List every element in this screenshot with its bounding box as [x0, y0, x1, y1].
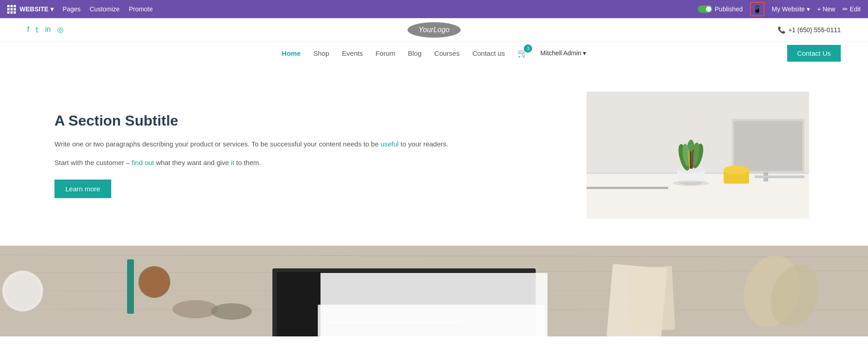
website-chevron: ▾ — [50, 5, 54, 13]
nav-courses[interactable]: Courses — [434, 49, 460, 57]
edit-button[interactable]: ✏ Edit — [843, 5, 861, 13]
toggle-switch[interactable] — [698, 5, 712, 13]
cart-button[interactable]: 🛒 3 — [518, 48, 528, 58]
svg-rect-22 — [587, 187, 668, 189]
logo-text: YourLogo — [408, 22, 461, 38]
grid-icon — [7, 5, 16, 14]
my-website-menu[interactable]: My Website ▾ — [772, 5, 810, 13]
svg-point-31 — [142, 269, 167, 295]
mobile-icon: 📱 — [753, 5, 762, 14]
mobile-preview-button[interactable]: 📱 — [750, 2, 764, 16]
svg-point-21 — [673, 180, 709, 186]
svg-point-44 — [5, 274, 40, 308]
user-name: Mitchell Admin — [540, 49, 581, 57]
admin-bar: WEBSITE ▾ Pages Customize Promote Publis… — [0, 0, 868, 18]
nav-events[interactable]: Events — [342, 49, 363, 57]
social-icons: f 𝕥 in ◎ — [27, 25, 64, 34]
website-label: WEBSITE — [20, 5, 49, 13]
nav-shop[interactable]: Shop — [313, 49, 329, 57]
cart-count: 3 — [524, 44, 532, 53]
user-chevron: ▾ — [583, 49, 586, 57]
nav-forum[interactable]: Forum — [375, 49, 395, 57]
it-link[interactable]: it — [231, 159, 235, 166]
bottom-content-box — [321, 273, 547, 336]
bottom-section — [0, 246, 868, 336]
hero-scene-svg — [587, 92, 809, 219]
useful-link[interactable]: useful — [380, 140, 399, 148]
find-out-link[interactable]: find out — [132, 159, 154, 166]
phone-area: 📞 +1 (650) 555-0111 — [778, 26, 841, 34]
learn-more-button[interactable]: Learn more — [54, 180, 111, 198]
svg-point-33 — [211, 303, 252, 320]
pages-nav[interactable]: Pages — [63, 5, 81, 13]
instagram-icon[interactable]: ◎ — [57, 25, 64, 34]
nav-blog[interactable]: Blog — [408, 49, 422, 57]
my-website-chevron: ▾ — [807, 5, 810, 13]
phone-number: +1 (650) 555-0111 — [788, 26, 841, 34]
contact-us-button[interactable]: Contact Us — [787, 45, 841, 62]
customize-nav[interactable]: Customize — [89, 5, 119, 13]
admin-bar-right: Published 📱 My Website ▾ + New ✏ Edit — [698, 2, 861, 16]
svg-rect-6 — [755, 175, 804, 178]
promote-nav[interactable]: Promote — [129, 5, 153, 13]
admin-bar-left: WEBSITE ▾ Pages Customize Promote — [7, 5, 153, 14]
svg-rect-29 — [127, 259, 134, 314]
new-button[interactable]: + New — [817, 5, 835, 13]
svg-rect-4 — [734, 121, 802, 171]
published-label: Published — [715, 5, 743, 13]
hero-description-1: Write one or two paragraphs describing y… — [54, 138, 559, 150]
hero-image — [587, 92, 814, 219]
header-top: f 𝕥 in ◎ YourLogo 📞 +1 (650) 555-0111 — [0, 18, 868, 42]
hero-description-2: Start with the customer – find out what … — [54, 157, 559, 169]
hero-image-placeholder — [587, 92, 809, 219]
nav-contact-us[interactable]: Contact us — [472, 49, 505, 57]
site-header: f 𝕥 in ◎ YourLogo 📞 +1 (650) 555-0111 Ho… — [0, 18, 868, 64]
svg-rect-40 — [626, 266, 675, 332]
new-label: + New — [817, 5, 835, 13]
desk-background — [0, 246, 868, 336]
published-toggle[interactable]: Published — [698, 5, 743, 13]
main-nav: Home Shop Events Forum Blog Courses Cont… — [0, 42, 868, 64]
hero-subtitle: A Section Subtitle — [54, 112, 559, 129]
website-menu[interactable]: WEBSITE ▾ — [7, 5, 54, 14]
hero-section: A Section Subtitle Write one or two para… — [0, 64, 868, 246]
user-menu[interactable]: Mitchell Admin ▾ — [540, 49, 586, 57]
logo[interactable]: YourLogo — [408, 22, 461, 38]
svg-rect-20 — [690, 151, 691, 169]
hero-text: A Section Subtitle Write one or two para… — [54, 112, 587, 198]
svg-point-32 — [173, 300, 218, 318]
facebook-icon[interactable]: f — [27, 25, 29, 34]
linkedin-icon[interactable]: in — [45, 25, 50, 34]
svg-point-9 — [724, 165, 749, 175]
my-website-label: My Website — [772, 5, 805, 13]
nav-home[interactable]: Home — [282, 49, 301, 57]
edit-label: ✏ Edit — [843, 5, 861, 13]
twitter-icon[interactable]: 𝕥 — [35, 25, 39, 34]
phone-icon: 📞 — [778, 26, 785, 34]
